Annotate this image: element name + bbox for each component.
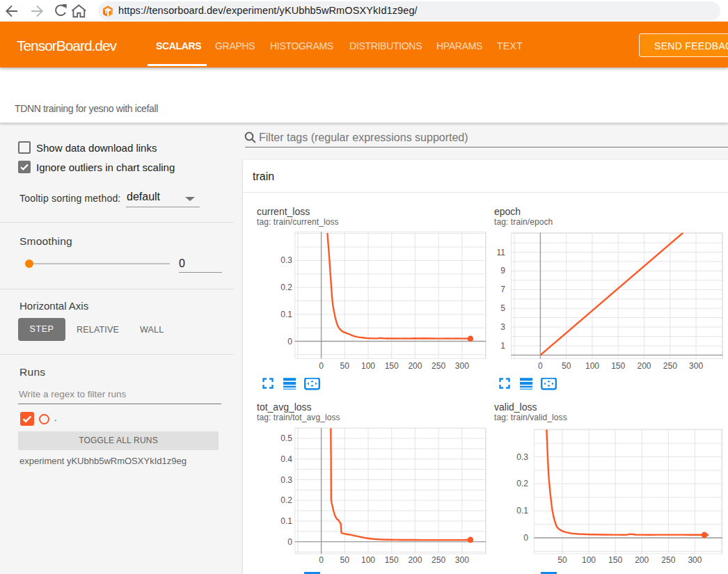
svg-text:300: 300 xyxy=(455,555,469,565)
svg-text:0.2: 0.2 xyxy=(516,479,528,488)
svg-text:0.2: 0.2 xyxy=(280,495,292,505)
svg-text:300: 300 xyxy=(689,361,703,371)
svg-text:0.5: 0.5 xyxy=(280,433,292,443)
svg-text:300: 300 xyxy=(455,361,469,371)
svg-text:3: 3 xyxy=(500,322,505,332)
svg-text:0.1: 0.1 xyxy=(280,516,292,526)
svg-text:200: 200 xyxy=(637,361,651,371)
svg-text:0.3: 0.3 xyxy=(280,475,292,485)
svg-text:200: 200 xyxy=(408,361,422,371)
svg-text:50: 50 xyxy=(557,555,567,565)
svg-text:0.4: 0.4 xyxy=(280,454,292,464)
svg-text:100: 100 xyxy=(582,555,596,565)
svg-text:250: 250 xyxy=(432,555,445,565)
svg-text:0: 0 xyxy=(538,361,543,371)
svg-text:0.3: 0.3 xyxy=(516,452,528,462)
svg-text:150: 150 xyxy=(385,555,399,565)
svg-text:0.2: 0.2 xyxy=(280,282,292,292)
svg-text:0: 0 xyxy=(523,533,528,543)
svg-text:100: 100 xyxy=(585,361,599,371)
svg-text:9: 9 xyxy=(500,266,505,276)
svg-text:11: 11 xyxy=(497,248,506,257)
svg-text:0: 0 xyxy=(287,537,292,547)
svg-text:0: 0 xyxy=(287,337,292,346)
svg-text:7: 7 xyxy=(500,285,505,294)
svg-text:150: 150 xyxy=(385,361,399,371)
svg-text:100: 100 xyxy=(361,555,375,565)
svg-text:250: 250 xyxy=(432,361,445,371)
svg-text:200: 200 xyxy=(635,555,649,565)
svg-text:0: 0 xyxy=(319,361,324,371)
svg-text:5: 5 xyxy=(500,303,505,313)
svg-text:0.1: 0.1 xyxy=(280,310,292,319)
svg-text:0.1: 0.1 xyxy=(516,506,528,516)
svg-text:150: 150 xyxy=(608,555,622,565)
svg-text:150: 150 xyxy=(611,361,625,371)
svg-text:300: 300 xyxy=(688,555,702,565)
svg-text:50: 50 xyxy=(562,361,571,371)
svg-text:250: 250 xyxy=(663,361,677,371)
svg-text:50: 50 xyxy=(340,555,350,565)
svg-text:0.3: 0.3 xyxy=(280,255,292,265)
svg-text:50: 50 xyxy=(340,361,350,371)
svg-text:250: 250 xyxy=(661,555,675,565)
svg-text:1: 1 xyxy=(500,341,505,351)
svg-text:100: 100 xyxy=(361,361,375,371)
svg-text:0: 0 xyxy=(319,555,324,565)
svg-text:200: 200 xyxy=(408,555,422,565)
